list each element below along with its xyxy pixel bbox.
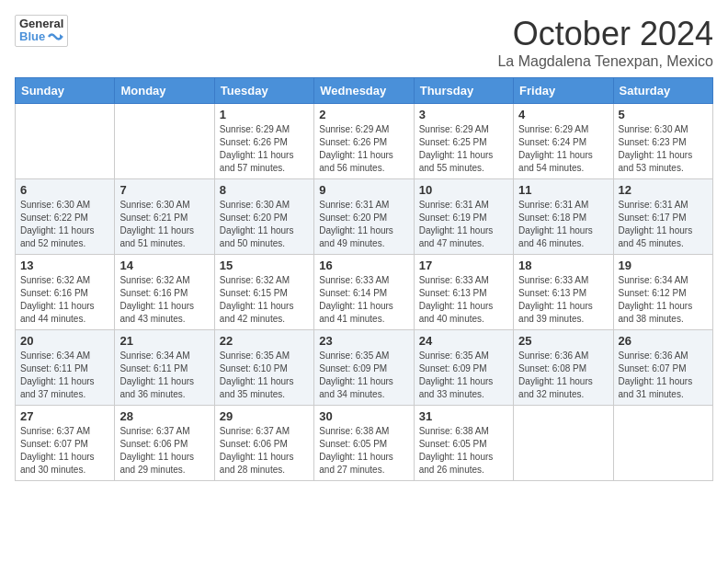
calendar-cell (613, 406, 712, 481)
day-info: Sunrise: 6:33 AMSunset: 6:13 PMDaylight:… (518, 274, 608, 326)
day-info: Sunrise: 6:29 AMSunset: 6:25 PMDaylight:… (419, 123, 508, 175)
day-number: 8 (220, 183, 309, 197)
day-number: 6 (20, 183, 109, 197)
day-number: 16 (319, 259, 408, 272)
day-number: 27 (20, 409, 109, 423)
calendar-cell: 10Sunrise: 6:31 AMSunset: 6:19 PMDayligh… (414, 179, 513, 255)
day-number: 2 (319, 108, 408, 121)
day-info: Sunrise: 6:36 AMSunset: 6:08 PMDaylight:… (518, 350, 608, 401)
calendar-week-row: 20Sunrise: 6:34 AMSunset: 6:11 PMDayligh… (16, 330, 713, 406)
calendar-cell: 19Sunrise: 6:34 AMSunset: 6:12 PMDayligh… (613, 255, 712, 330)
calendar-cell: 24Sunrise: 6:35 AMSunset: 6:09 PMDayligh… (414, 330, 513, 406)
day-number: 7 (119, 183, 209, 197)
calendar-cell (514, 406, 613, 481)
calendar-cell: 3Sunrise: 6:29 AMSunset: 6:25 PMDaylight… (414, 104, 513, 179)
calendar-cell: 17Sunrise: 6:33 AMSunset: 6:13 PMDayligh… (414, 255, 513, 330)
day-number: 18 (518, 259, 608, 272)
day-number: 24 (419, 334, 508, 348)
day-info: Sunrise: 6:37 AMSunset: 6:07 PMDaylight:… (20, 425, 109, 477)
day-number: 30 (319, 409, 408, 423)
calendar-cell: 12Sunrise: 6:31 AMSunset: 6:17 PMDayligh… (613, 179, 712, 255)
day-info: Sunrise: 6:34 AMSunset: 6:11 PMDaylight:… (20, 350, 109, 401)
calendar-cell: 14Sunrise: 6:32 AMSunset: 6:16 PMDayligh… (115, 255, 214, 330)
logo-wave-icon (47, 30, 63, 43)
calendar-cell: 20Sunrise: 6:34 AMSunset: 6:11 PMDayligh… (16, 330, 115, 406)
day-info: Sunrise: 6:29 AMSunset: 6:26 PMDaylight:… (220, 123, 309, 175)
day-info: Sunrise: 6:38 AMSunset: 6:05 PMDaylight:… (319, 425, 408, 477)
calendar-cell: 23Sunrise: 6:35 AMSunset: 6:09 PMDayligh… (314, 330, 414, 406)
day-info: Sunrise: 6:30 AMSunset: 6:22 PMDaylight:… (20, 199, 109, 250)
day-info: Sunrise: 6:32 AMSunset: 6:16 PMDaylight:… (119, 274, 209, 326)
weekday-header: Thursday (414, 78, 513, 104)
calendar-cell: 21Sunrise: 6:34 AMSunset: 6:11 PMDayligh… (115, 330, 214, 406)
day-number: 31 (419, 409, 508, 423)
day-info: Sunrise: 6:32 AMSunset: 6:16 PMDaylight:… (20, 274, 109, 326)
day-info: Sunrise: 6:30 AMSunset: 6:21 PMDaylight:… (119, 199, 209, 250)
calendar-cell: 26Sunrise: 6:36 AMSunset: 6:07 PMDayligh… (613, 330, 712, 406)
calendar-cell: 31Sunrise: 6:38 AMSunset: 6:05 PMDayligh… (414, 406, 513, 481)
day-number: 13 (20, 259, 109, 272)
calendar-cell: 2Sunrise: 6:29 AMSunset: 6:26 PMDaylight… (314, 104, 414, 179)
day-info: Sunrise: 6:36 AMSunset: 6:07 PMDaylight:… (619, 350, 708, 401)
calendar-cell: 27Sunrise: 6:37 AMSunset: 6:07 PMDayligh… (16, 406, 115, 481)
day-info: Sunrise: 6:34 AMSunset: 6:12 PMDaylight:… (619, 274, 708, 326)
calendar-cell: 5Sunrise: 6:30 AMSunset: 6:23 PMDaylight… (613, 104, 712, 179)
day-info: Sunrise: 6:31 AMSunset: 6:20 PMDaylight:… (319, 199, 408, 250)
calendar-week-row: 13Sunrise: 6:32 AMSunset: 6:16 PMDayligh… (16, 255, 713, 330)
calendar-cell (115, 104, 214, 179)
page-header: General Blue October 2024 La Magdalena T… (15, 15, 713, 70)
day-number: 28 (119, 409, 209, 423)
day-number: 12 (619, 183, 708, 197)
calendar-cell: 16Sunrise: 6:33 AMSunset: 6:14 PMDayligh… (314, 255, 414, 330)
day-number: 20 (20, 334, 109, 348)
calendar-cell: 6Sunrise: 6:30 AMSunset: 6:22 PMDaylight… (16, 179, 115, 255)
calendar-week-row: 27Sunrise: 6:37 AMSunset: 6:07 PMDayligh… (16, 406, 713, 481)
weekday-header-row: SundayMondayTuesdayWednesdayThursdayFrid… (16, 78, 713, 104)
calendar-cell: 15Sunrise: 6:32 AMSunset: 6:15 PMDayligh… (214, 255, 313, 330)
day-number: 14 (119, 259, 209, 272)
calendar-week-row: 6Sunrise: 6:30 AMSunset: 6:22 PMDaylight… (16, 179, 713, 255)
day-info: Sunrise: 6:34 AMSunset: 6:11 PMDaylight:… (119, 350, 209, 401)
calendar-cell: 13Sunrise: 6:32 AMSunset: 6:16 PMDayligh… (16, 255, 115, 330)
day-number: 4 (518, 108, 608, 121)
day-info: Sunrise: 6:35 AMSunset: 6:09 PMDaylight:… (419, 350, 508, 401)
calendar-table: SundayMondayTuesdayWednesdayThursdayFrid… (15, 77, 713, 481)
calendar-cell: 8Sunrise: 6:30 AMSunset: 6:20 PMDaylight… (214, 179, 313, 255)
weekday-header: Monday (115, 78, 214, 104)
day-info: Sunrise: 6:30 AMSunset: 6:23 PMDaylight:… (619, 123, 708, 175)
day-number: 3 (419, 108, 508, 121)
day-info: Sunrise: 6:33 AMSunset: 6:13 PMDaylight:… (419, 274, 508, 326)
day-info: Sunrise: 6:31 AMSunset: 6:19 PMDaylight:… (419, 199, 508, 250)
day-number: 10 (419, 183, 508, 197)
calendar-cell: 1Sunrise: 6:29 AMSunset: 6:26 PMDaylight… (214, 104, 313, 179)
calendar-week-row: 1Sunrise: 6:29 AMSunset: 6:26 PMDaylight… (16, 104, 713, 179)
weekday-header: Tuesday (214, 78, 313, 104)
day-number: 1 (220, 108, 309, 121)
logo-box: General Blue (15, 15, 68, 47)
day-number: 29 (220, 409, 309, 423)
calendar-cell: 11Sunrise: 6:31 AMSunset: 6:18 PMDayligh… (514, 179, 613, 255)
day-info: Sunrise: 6:31 AMSunset: 6:17 PMDaylight:… (619, 199, 708, 250)
calendar-cell: 18Sunrise: 6:33 AMSunset: 6:13 PMDayligh… (514, 255, 613, 330)
calendar-cell: 22Sunrise: 6:35 AMSunset: 6:10 PMDayligh… (214, 330, 313, 406)
day-number: 22 (220, 334, 309, 348)
day-info: Sunrise: 6:35 AMSunset: 6:09 PMDaylight:… (319, 350, 408, 401)
day-number: 19 (619, 259, 708, 272)
day-info: Sunrise: 6:35 AMSunset: 6:10 PMDaylight:… (220, 350, 309, 401)
day-info: Sunrise: 6:33 AMSunset: 6:14 PMDaylight:… (319, 274, 408, 326)
day-number: 21 (119, 334, 209, 348)
calendar-cell: 25Sunrise: 6:36 AMSunset: 6:08 PMDayligh… (514, 330, 613, 406)
day-number: 5 (619, 108, 708, 121)
weekday-header: Friday (514, 78, 613, 104)
location-title: La Magdalena Tenexpan, Mexico (497, 53, 713, 70)
day-number: 25 (518, 334, 608, 348)
day-info: Sunrise: 6:29 AMSunset: 6:24 PMDaylight:… (518, 123, 608, 175)
calendar-cell: 9Sunrise: 6:31 AMSunset: 6:20 PMDaylight… (314, 179, 414, 255)
day-info: Sunrise: 6:37 AMSunset: 6:06 PMDaylight:… (220, 425, 309, 477)
logo-blue: Blue (19, 30, 63, 43)
calendar-cell: 29Sunrise: 6:37 AMSunset: 6:06 PMDayligh… (214, 406, 313, 481)
day-info: Sunrise: 6:32 AMSunset: 6:15 PMDaylight:… (220, 274, 309, 326)
calendar-cell: 28Sunrise: 6:37 AMSunset: 6:06 PMDayligh… (115, 406, 214, 481)
day-number: 26 (619, 334, 708, 348)
logo: General Blue (15, 15, 68, 47)
